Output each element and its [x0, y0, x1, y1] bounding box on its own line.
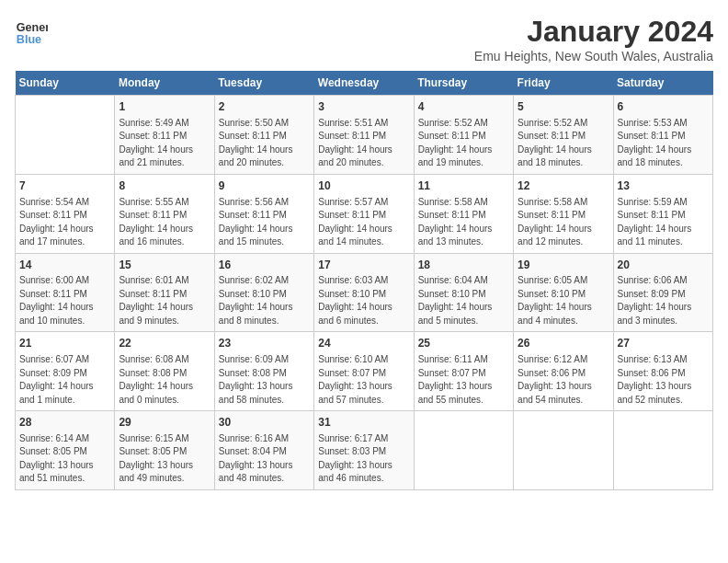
column-header-saturday: Saturday	[613, 71, 712, 96]
day-number: 31	[318, 415, 409, 431]
calendar-cell: 7Sunrise: 5:54 AM Sunset: 8:11 PM Daylig…	[16, 174, 115, 253]
title-block: January 2024 Emu Heights, New South Wale…	[474, 15, 713, 63]
page-header: General Blue January 2024 Emu Heights, N…	[15, 15, 713, 63]
location-subtitle: Emu Heights, New South Wales, Australia	[474, 49, 713, 63]
day-info: Sunrise: 6:08 AM Sunset: 8:08 PM Dayligh…	[119, 353, 210, 407]
calendar-cell: 14Sunrise: 6:00 AM Sunset: 8:11 PM Dayli…	[16, 253, 115, 332]
calendar-cell: 1Sunrise: 5:49 AM Sunset: 8:11 PM Daylig…	[115, 96, 214, 175]
day-number: 21	[19, 336, 110, 351]
day-info: Sunrise: 6:16 AM Sunset: 8:04 PM Dayligh…	[219, 432, 310, 486]
column-header-thursday: Thursday	[414, 71, 513, 96]
calendar-cell	[414, 411, 513, 490]
column-header-tuesday: Tuesday	[214, 71, 313, 96]
day-info: Sunrise: 6:02 AM Sunset: 8:10 PM Dayligh…	[219, 274, 310, 327]
calendar-week-row: 28Sunrise: 6:14 AM Sunset: 8:05 PM Dayli…	[16, 411, 713, 490]
calendar-cell: 18Sunrise: 6:04 AM Sunset: 8:10 PM Dayli…	[414, 253, 513, 332]
calendar-week-row: 14Sunrise: 6:00 AM Sunset: 8:11 PM Dayli…	[16, 253, 713, 332]
calendar-cell: 3Sunrise: 5:51 AM Sunset: 8:11 PM Daylig…	[314, 96, 414, 175]
calendar-cell: 8Sunrise: 5:55 AM Sunset: 8:11 PM Daylig…	[115, 174, 214, 253]
day-info: Sunrise: 6:14 AM Sunset: 8:05 PM Dayligh…	[19, 432, 110, 486]
day-number: 4	[418, 99, 509, 115]
day-number: 10	[318, 178, 409, 194]
day-number: 23	[219, 336, 310, 351]
day-number: 24	[318, 336, 409, 351]
calendar-cell: 25Sunrise: 6:11 AM Sunset: 8:07 PM Dayli…	[414, 332, 513, 411]
day-info: Sunrise: 6:04 AM Sunset: 8:10 PM Dayligh…	[418, 274, 509, 327]
calendar-table: SundayMondayTuesdayWednesdayThursdayFrid…	[15, 71, 713, 490]
day-info: Sunrise: 5:59 AM Sunset: 8:11 PM Dayligh…	[618, 196, 709, 249]
day-number: 11	[418, 178, 509, 194]
day-number: 7	[19, 178, 110, 194]
calendar-week-row: 21Sunrise: 6:07 AM Sunset: 8:09 PM Dayli…	[16, 332, 713, 411]
calendar-cell: 2Sunrise: 5:50 AM Sunset: 8:11 PM Daylig…	[214, 96, 313, 175]
day-info: Sunrise: 5:56 AM Sunset: 8:11 PM Dayligh…	[219, 196, 310, 249]
day-number: 26	[518, 336, 609, 351]
day-info: Sunrise: 6:12 AM Sunset: 8:06 PM Dayligh…	[518, 353, 609, 407]
calendar-cell: 11Sunrise: 5:58 AM Sunset: 8:11 PM Dayli…	[414, 174, 513, 253]
day-number: 30	[219, 415, 310, 431]
day-info: Sunrise: 5:53 AM Sunset: 8:11 PM Dayligh…	[618, 117, 709, 170]
day-info: Sunrise: 6:11 AM Sunset: 8:07 PM Dayligh…	[418, 353, 509, 407]
calendar-cell: 10Sunrise: 5:57 AM Sunset: 8:11 PM Dayli…	[314, 174, 414, 253]
calendar-cell: 28Sunrise: 6:14 AM Sunset: 8:05 PM Dayli…	[16, 411, 115, 490]
column-header-wednesday: Wednesday	[314, 71, 414, 96]
day-number: 14	[19, 258, 110, 273]
calendar-cell: 26Sunrise: 6:12 AM Sunset: 8:06 PM Dayli…	[514, 332, 613, 411]
day-info: Sunrise: 6:15 AM Sunset: 8:05 PM Dayligh…	[119, 432, 210, 486]
day-number: 6	[618, 99, 709, 115]
day-number: 2	[219, 99, 310, 115]
logo: General Blue	[15, 15, 51, 48]
calendar-cell: 27Sunrise: 6:13 AM Sunset: 8:06 PM Dayli…	[613, 332, 712, 411]
logo-icon: General Blue	[15, 15, 48, 48]
calendar-cell: 23Sunrise: 6:09 AM Sunset: 8:08 PM Dayli…	[214, 332, 313, 411]
calendar-cell	[16, 96, 115, 175]
calendar-cell	[514, 411, 613, 490]
svg-text:Blue: Blue	[17, 33, 41, 46]
day-number: 13	[618, 178, 709, 194]
day-number: 5	[518, 99, 609, 115]
calendar-cell: 22Sunrise: 6:08 AM Sunset: 8:08 PM Dayli…	[115, 332, 214, 411]
day-info: Sunrise: 6:09 AM Sunset: 8:08 PM Dayligh…	[219, 353, 310, 407]
day-number: 17	[318, 258, 409, 273]
day-info: Sunrise: 5:52 AM Sunset: 8:11 PM Dayligh…	[418, 117, 509, 170]
calendar-cell: 16Sunrise: 6:02 AM Sunset: 8:10 PM Dayli…	[214, 253, 313, 332]
calendar-cell: 12Sunrise: 5:58 AM Sunset: 8:11 PM Dayli…	[514, 174, 613, 253]
calendar-week-row: 7Sunrise: 5:54 AM Sunset: 8:11 PM Daylig…	[16, 174, 713, 253]
calendar-cell: 15Sunrise: 6:01 AM Sunset: 8:11 PM Dayli…	[115, 253, 214, 332]
day-info: Sunrise: 6:07 AM Sunset: 8:09 PM Dayligh…	[19, 353, 110, 407]
day-number: 9	[219, 178, 310, 194]
day-info: Sunrise: 5:51 AM Sunset: 8:11 PM Dayligh…	[318, 117, 409, 170]
day-info: Sunrise: 5:50 AM Sunset: 8:11 PM Dayligh…	[219, 117, 310, 170]
calendar-cell: 9Sunrise: 5:56 AM Sunset: 8:11 PM Daylig…	[214, 174, 313, 253]
calendar-cell: 4Sunrise: 5:52 AM Sunset: 8:11 PM Daylig…	[414, 96, 513, 175]
day-info: Sunrise: 6:13 AM Sunset: 8:06 PM Dayligh…	[618, 353, 709, 407]
day-number: 1	[119, 99, 210, 115]
day-info: Sunrise: 6:03 AM Sunset: 8:10 PM Dayligh…	[318, 274, 409, 327]
calendar-cell: 13Sunrise: 5:59 AM Sunset: 8:11 PM Dayli…	[613, 174, 712, 253]
day-number: 27	[618, 336, 709, 351]
day-number: 25	[418, 336, 509, 351]
day-number: 19	[518, 258, 609, 273]
column-header-sunday: Sunday	[16, 71, 115, 96]
day-number: 3	[318, 99, 409, 115]
day-number: 18	[418, 258, 509, 273]
calendar-week-row: 1Sunrise: 5:49 AM Sunset: 8:11 PM Daylig…	[16, 96, 713, 175]
calendar-cell: 17Sunrise: 6:03 AM Sunset: 8:10 PM Dayli…	[314, 253, 414, 332]
calendar-cell: 6Sunrise: 5:53 AM Sunset: 8:11 PM Daylig…	[613, 96, 712, 175]
calendar-cell: 19Sunrise: 6:05 AM Sunset: 8:10 PM Dayli…	[514, 253, 613, 332]
calendar-cell: 31Sunrise: 6:17 AM Sunset: 8:03 PM Dayli…	[314, 411, 414, 490]
calendar-cell: 29Sunrise: 6:15 AM Sunset: 8:05 PM Dayli…	[115, 411, 214, 490]
day-info: Sunrise: 6:05 AM Sunset: 8:10 PM Dayligh…	[518, 274, 609, 327]
day-info: Sunrise: 5:58 AM Sunset: 8:11 PM Dayligh…	[418, 196, 509, 249]
day-info: Sunrise: 5:58 AM Sunset: 8:11 PM Dayligh…	[518, 196, 609, 249]
calendar-cell	[613, 411, 712, 490]
day-number: 20	[618, 258, 709, 273]
calendar-cell: 5Sunrise: 5:52 AM Sunset: 8:11 PM Daylig…	[514, 96, 613, 175]
day-number: 16	[219, 258, 310, 273]
column-header-friday: Friday	[514, 71, 613, 96]
calendar-cell: 21Sunrise: 6:07 AM Sunset: 8:09 PM Dayli…	[16, 332, 115, 411]
day-number: 28	[19, 415, 110, 431]
calendar-cell: 20Sunrise: 6:06 AM Sunset: 8:09 PM Dayli…	[613, 253, 712, 332]
day-number: 8	[119, 178, 210, 194]
calendar-cell: 24Sunrise: 6:10 AM Sunset: 8:07 PM Dayli…	[314, 332, 414, 411]
